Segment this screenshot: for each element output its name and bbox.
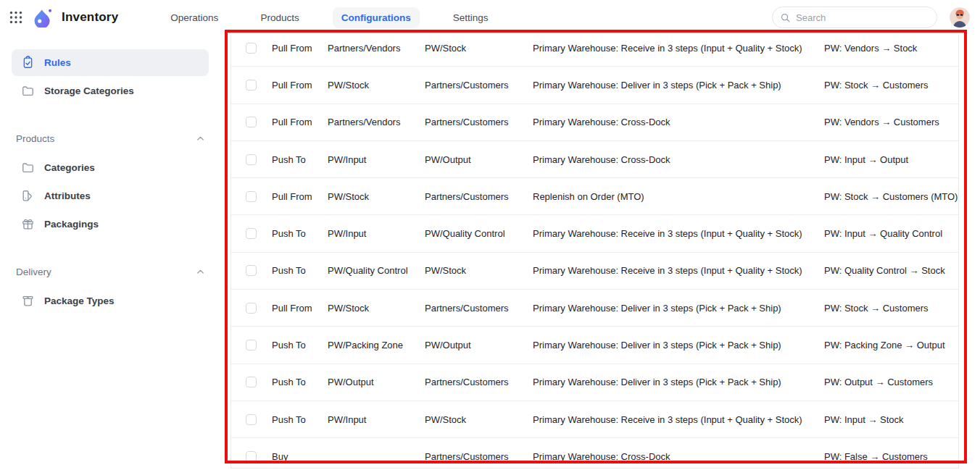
- nav-configurations[interactable]: Configurations: [333, 7, 420, 28]
- table-row[interactable]: Pull From PW/Stock Partners/Customers Pr…: [231, 67, 958, 104]
- row-checkbox[interactable]: [246, 265, 257, 276]
- rule-action: Pull From: [272, 191, 328, 202]
- rule-action: Pull From: [272, 80, 328, 91]
- source-location: PW/Stock: [328, 191, 425, 202]
- route: Primary Warehouse: Receive in 3 steps (I…: [533, 414, 824, 425]
- source-location: PW/Output: [328, 377, 425, 387]
- rule-name: PW: False → Customers: [824, 451, 958, 462]
- destination-location: PW/Stock: [425, 43, 533, 54]
- apps-grid-icon[interactable]: [9, 10, 23, 25]
- sidebar-section-products[interactable]: Products: [16, 133, 206, 144]
- rule-name: PW: Input → Quality Control: [824, 228, 958, 239]
- rule-name: PW: Packing Zone → Output: [824, 340, 958, 351]
- rule-action: Push To: [272, 228, 328, 239]
- route: Primary Warehouse: Deliver in 3 steps (P…: [533, 340, 824, 351]
- rule-action: Pull From: [272, 303, 328, 314]
- sidebar-item-package-types[interactable]: Package Types: [12, 288, 209, 314]
- sidebar-item-categories[interactable]: Categories: [12, 154, 209, 181]
- search-icon: [780, 12, 791, 23]
- source-location: PW/Stock: [328, 80, 425, 91]
- rule-name: PW: Stock → Customers: [824, 303, 958, 314]
- rule-action: Buy: [272, 451, 328, 462]
- row-checkbox[interactable]: [246, 191, 257, 202]
- folder-icon: [20, 84, 35, 98]
- rule-action: Push To: [272, 414, 328, 425]
- route: Primary Warehouse: Receive in 3 steps (I…: [533, 228, 824, 239]
- route: Primary Warehouse: Receive in 3 steps (I…: [533, 265, 824, 276]
- sidebar: Rules Storage Categories Products Catego…: [0, 35, 217, 316]
- row-checkbox[interactable]: [246, 414, 257, 425]
- nav-operations[interactable]: Operations: [162, 7, 227, 28]
- rule-action: Push To: [272, 154, 328, 165]
- nav-settings[interactable]: Settings: [444, 7, 497, 28]
- app-logo-icon[interactable]: [33, 8, 52, 28]
- destination-location: PW/Stock: [425, 414, 533, 425]
- rule-action: Pull From: [272, 43, 328, 54]
- source-location: PW/Input: [328, 228, 425, 239]
- row-checkbox[interactable]: [246, 377, 257, 387]
- rule-name: PW: Input → Output: [824, 154, 958, 165]
- destination-location: Partners/Customers: [425, 377, 533, 387]
- route: Primary Warehouse: Cross-Dock: [533, 154, 824, 165]
- destination-location: Partners/Customers: [425, 80, 533, 91]
- destination-location: PW/Output: [425, 340, 533, 351]
- rule-action: Pull From: [272, 117, 328, 127]
- bin-icon: [20, 294, 35, 309]
- row-checkbox[interactable]: [246, 451, 257, 462]
- source-location: Partners/Vendors: [328, 43, 425, 54]
- destination-location: Partners/Customers: [425, 191, 533, 202]
- sidebar-item-packagings[interactable]: Packagings: [12, 211, 209, 238]
- source-location: Partners/Vendors: [328, 117, 425, 127]
- app-title: Inventory: [62, 10, 118, 25]
- main-nav: Operations Products Configurations Setti…: [162, 7, 497, 28]
- row-checkbox[interactable]: [246, 303, 257, 314]
- destination-location: Partners/Customers: [425, 303, 533, 314]
- sidebar-item-label: Packagings: [44, 219, 99, 230]
- sidebar-item-attributes[interactable]: Attributes: [12, 182, 209, 209]
- sidebar-section-delivery[interactable]: Delivery: [16, 267, 206, 277]
- sidebar-item-label: Categories: [44, 162, 95, 173]
- rule-action: Push To: [272, 377, 328, 387]
- route: Replenish on Order (MTO): [533, 191, 824, 202]
- search-bar[interactable]: [772, 7, 937, 28]
- route: Primary Warehouse: Deliver in 3 steps (P…: [533, 377, 824, 387]
- table-row[interactable]: Pull From PW/Stock Partners/Customers Pr…: [231, 290, 958, 327]
- row-checkbox[interactable]: [246, 80, 257, 91]
- sidebar-item-rules[interactable]: Rules: [12, 49, 209, 76]
- row-checkbox[interactable]: [246, 228, 257, 239]
- table-row[interactable]: Push To PW/Input PW/Quality Control Prim…: [231, 215, 958, 252]
- source-location: PW/Input: [328, 154, 425, 165]
- rules-clipboard-icon: [20, 56, 35, 70]
- table-row[interactable]: Push To PW/Packing Zone PW/Output Primar…: [231, 327, 958, 364]
- row-checkbox[interactable]: [246, 340, 257, 351]
- row-checkbox[interactable]: [246, 117, 257, 127]
- sidebar-item-label: Rules: [44, 57, 71, 68]
- search-input[interactable]: [796, 12, 929, 23]
- user-avatar[interactable]: [950, 7, 970, 28]
- rule-name: PW: Output → Customers: [824, 377, 958, 387]
- row-checkbox[interactable]: [246, 43, 257, 54]
- sidebar-item-label: Package Types: [44, 295, 115, 306]
- source-location: PW/Input: [328, 414, 425, 425]
- sidebar-item-storage-categories[interactable]: Storage Categories: [12, 77, 209, 104]
- table-row[interactable]: Push To PW/Input PW/Output Primary Wareh…: [231, 141, 958, 178]
- nav-products[interactable]: Products: [252, 7, 307, 28]
- table-row[interactable]: Push To PW/Output Partners/Customers Pri…: [231, 364, 958, 401]
- rule-name: PW: Input → Stock: [824, 414, 958, 425]
- sidebar-item-label: Attributes: [44, 190, 91, 201]
- top-header: Inventory Operations Products Configurat…: [0, 0, 980, 35]
- source-location: PW/Quality Control: [328, 265, 425, 276]
- destination-location: PW/Stock: [425, 265, 533, 276]
- table-row[interactable]: Buy Partners/Customers Primary Warehouse…: [231, 438, 958, 469]
- table-row[interactable]: Pull From PW/Stock Partners/Customers Re…: [231, 178, 958, 215]
- rule-name: PW: Stock → Customers: [824, 80, 958, 91]
- row-checkbox[interactable]: [246, 154, 257, 165]
- chevron-up-icon: [195, 133, 206, 144]
- route: Primary Warehouse: Receive in 3 steps (I…: [533, 43, 824, 54]
- section-label: Delivery: [16, 267, 51, 277]
- table-row[interactable]: Push To PW/Quality Control PW/Stock Prim…: [231, 253, 958, 290]
- route: Primary Warehouse: Cross-Dock: [533, 117, 824, 127]
- table-row[interactable]: Pull From Partners/Vendors PW/Stock Prim…: [231, 30, 958, 67]
- table-row[interactable]: Pull From Partners/Vendors Partners/Cust…: [231, 104, 958, 141]
- table-row[interactable]: Push To PW/Input PW/Stock Primary Wareho…: [231, 401, 958, 438]
